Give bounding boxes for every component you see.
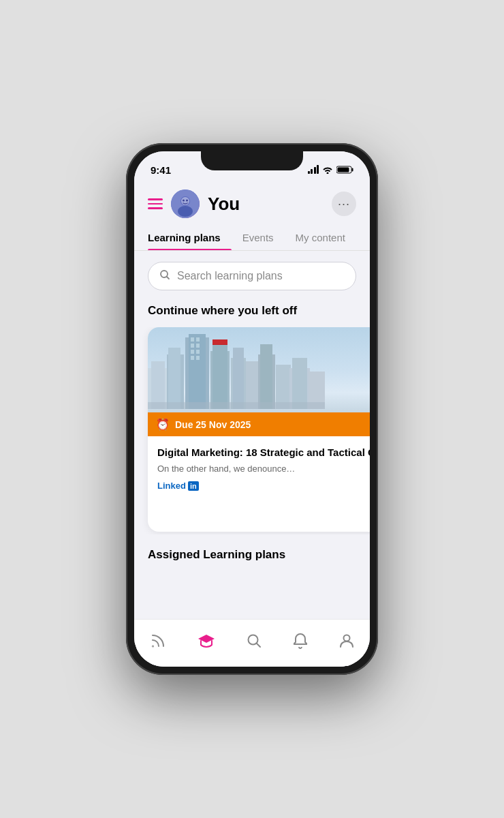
assigned-section-title: Assigned Learning plans xyxy=(148,548,356,562)
continue-section-title: Continue where you left off xyxy=(148,304,356,318)
learn-icon xyxy=(198,633,215,648)
svg-rect-26 xyxy=(212,344,227,409)
svg-point-8 xyxy=(186,200,188,202)
card-desc-1: On the other hand, we denounce… xyxy=(157,464,370,474)
page-title: You xyxy=(208,194,240,215)
linkedin-badge-1: Linked in xyxy=(157,481,370,491)
nav-feed[interactable] xyxy=(143,628,173,653)
nav-profile[interactable] xyxy=(332,628,361,653)
svg-rect-20 xyxy=(196,344,200,348)
svg-rect-18 xyxy=(196,337,200,342)
svg-rect-1 xyxy=(352,168,353,172)
search-nav-icon xyxy=(247,633,262,648)
search-icon xyxy=(159,269,170,283)
tabs-bar: Learning plans Events My content xyxy=(134,225,370,251)
city-skyline xyxy=(148,334,325,409)
signal-icon xyxy=(308,166,319,174)
notch xyxy=(201,151,303,170)
svg-rect-34 xyxy=(292,358,307,409)
svg-rect-37 xyxy=(148,402,325,409)
search-placeholder: Search learning plans xyxy=(177,270,283,282)
svg-rect-12 xyxy=(151,361,165,409)
assigned-section: Assigned Learning plans xyxy=(148,548,356,562)
profile-icon xyxy=(339,633,354,649)
svg-rect-36 xyxy=(212,339,227,345)
card-title-1: Digital Marketing: 18 Strategic and Tact… xyxy=(157,446,370,459)
phone-screen: 9:41 xyxy=(134,151,370,667)
clock-icon: ⏰ xyxy=(156,418,170,431)
svg-point-7 xyxy=(183,200,185,202)
learning-plan-card-1[interactable]: ⏰ Due 25 Nov 2025 Digital Marketing: 18 … xyxy=(148,327,370,532)
nav-search[interactable] xyxy=(240,629,268,652)
linkedin-text: Linked xyxy=(157,481,186,491)
screen-content: You ··· Learning plans Events My content xyxy=(134,181,370,667)
svg-rect-31 xyxy=(260,344,272,409)
nav-notifications[interactable] xyxy=(286,628,315,653)
cards-scroll: ⏰ Due 25 Nov 2025 Digital Marketing: 18 … xyxy=(134,327,370,534)
wifi-icon xyxy=(322,166,333,174)
battery-icon xyxy=(336,166,353,174)
bottom-nav xyxy=(134,619,370,667)
search-bar[interactable]: Search learning plans xyxy=(148,262,356,290)
svg-rect-21 xyxy=(191,350,194,354)
avatar-image xyxy=(171,190,200,218)
status-time: 9:41 xyxy=(151,164,171,176)
avatar[interactable] xyxy=(171,190,200,218)
svg-line-10 xyxy=(167,277,170,279)
svg-point-45 xyxy=(344,635,350,641)
feed-icon xyxy=(150,633,166,649)
main-scroll-area[interactable]: Search learning plans Continue where you… xyxy=(134,251,370,619)
card-body-1: Digital Marketing: 18 Strategic and Tact… xyxy=(148,436,370,532)
bell-icon xyxy=(293,633,308,649)
svg-rect-22 xyxy=(196,350,200,354)
card-image-1: ⏰ Due 25 Nov 2025 xyxy=(148,327,370,436)
phone-shell: 9:41 xyxy=(126,143,378,675)
svg-point-5 xyxy=(178,206,193,217)
menu-button[interactable] xyxy=(148,198,163,209)
svg-line-44 xyxy=(257,643,261,647)
svg-rect-17 xyxy=(191,337,194,342)
linkedin-in-badge: in xyxy=(188,481,199,491)
svg-rect-24 xyxy=(196,356,200,360)
svg-rect-29 xyxy=(246,361,259,409)
svg-rect-2 xyxy=(338,168,349,172)
more-button[interactable]: ··· xyxy=(332,192,356,216)
svg-rect-14 xyxy=(168,348,180,409)
svg-rect-19 xyxy=(191,344,194,348)
due-banner-1: ⏰ Due 25 Nov 2025 xyxy=(148,412,370,436)
tab-events[interactable]: Events xyxy=(232,225,285,250)
header: You ··· xyxy=(134,181,370,225)
header-left: You xyxy=(148,190,240,218)
svg-rect-23 xyxy=(191,356,194,360)
status-icons xyxy=(308,166,354,174)
due-date-text: Due 25 Nov 2025 xyxy=(175,419,251,430)
tab-learning-plans[interactable]: Learning plans xyxy=(148,225,232,250)
nav-learn[interactable] xyxy=(191,629,222,652)
tab-my-content[interactable]: My content xyxy=(285,225,356,250)
svg-rect-28 xyxy=(233,348,244,409)
